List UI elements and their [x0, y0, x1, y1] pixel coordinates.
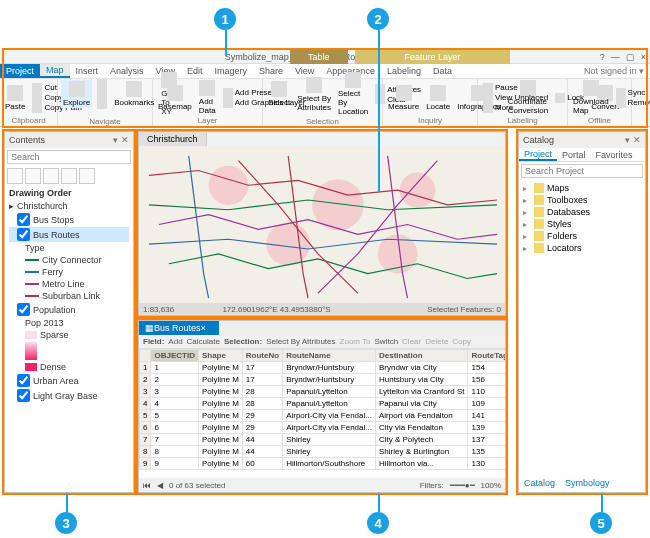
- table-nav-prev[interactable]: ◀: [157, 481, 163, 490]
- measure-button[interactable]: Measure: [386, 84, 421, 112]
- table-row[interactable]: 77Polyline M44ShirleyCity & Polytech137I…: [140, 434, 506, 446]
- table-row[interactable]: 33Polyline M28Papanui/LytteltonLyttelton…: [140, 386, 506, 398]
- map-view[interactable]: Christchurch 1:83,636 172.6: [138, 131, 506, 316]
- catalog-pin-icon[interactable]: ▾ ✕: [625, 135, 641, 145]
- table-row[interactable]: 55Polyline M29Airport-City via Fendal...…: [140, 410, 506, 422]
- list-by-snapping-icon[interactable]: [79, 168, 95, 184]
- next-icon: [97, 99, 107, 109]
- pause-labels-button[interactable]: Pause: [481, 83, 550, 93]
- list-by-drawing-order-icon[interactable]: [7, 168, 23, 184]
- pop-heading: Pop 2013: [9, 317, 129, 329]
- tab-imagery[interactable]: Imagery: [208, 64, 253, 78]
- select-button[interactable]: Select: [266, 80, 292, 108]
- catalog-item[interactable]: ▸Maps: [523, 182, 641, 194]
- table-column-header[interactable]: Shape: [198, 350, 242, 362]
- tab-project[interactable]: Project: [0, 64, 40, 78]
- explore-icon: [69, 81, 85, 97]
- group-label: Layer: [156, 116, 259, 126]
- table-column-header[interactable]: [140, 350, 151, 362]
- table-row[interactable]: 66Polyline M29Airport-City via Fendal...…: [140, 422, 506, 434]
- tab-data[interactable]: Data: [427, 64, 458, 78]
- basemap-button[interactable]: Basemap: [156, 84, 194, 112]
- catalog-item[interactable]: ▸Folders: [523, 230, 641, 242]
- attribute-table-grid[interactable]: OBJECTIDShapeRouteNoRouteNameDestination…: [139, 349, 505, 478]
- layer-population[interactable]: Population: [9, 302, 129, 317]
- catalog-tab-portal[interactable]: Portal: [557, 148, 591, 161]
- table-selected-count: 0 of 63 selected: [169, 481, 225, 490]
- table-column-header[interactable]: RouteTag: [468, 350, 505, 362]
- more-labeling-button[interactable]: More: [481, 103, 550, 113]
- catalog-item[interactable]: ▸Styles: [523, 218, 641, 230]
- context-tab-table[interactable]: Table: [290, 50, 348, 64]
- map-scale[interactable]: 1:83,636: [143, 305, 174, 314]
- nav-prev[interactable]: [95, 89, 109, 99]
- pop-sparse: Sparse: [9, 329, 129, 341]
- map-tab[interactable]: Christchurch: [139, 132, 207, 146]
- table-zoom-to[interactable]: Zoom To: [340, 337, 371, 346]
- list-by-editing-icon[interactable]: [61, 168, 77, 184]
- view-unplaced-button[interactable]: View Unplaced: [481, 93, 550, 103]
- table-switch-selection[interactable]: Switch: [375, 337, 399, 346]
- table-delete[interactable]: Delete: [425, 337, 448, 346]
- locate-button[interactable]: Locate: [424, 84, 452, 112]
- layer-light-gray-base[interactable]: Light Gray Base: [9, 388, 129, 403]
- catalog-search-input[interactable]: [521, 164, 643, 178]
- table-nav-first[interactable]: ⏮: [143, 481, 151, 490]
- list-by-source-icon[interactable]: [25, 168, 41, 184]
- table-copy[interactable]: Copy: [452, 337, 471, 346]
- contents-search-input[interactable]: [7, 150, 131, 164]
- svg-point-1: [209, 166, 249, 205]
- add-data-button[interactable]: Add Data: [197, 79, 218, 116]
- table-column-header[interactable]: RouteNo: [242, 350, 282, 362]
- contents-pin-icon[interactable]: ▾ ✕: [113, 135, 129, 145]
- tab-labeling[interactable]: Labeling: [381, 64, 427, 78]
- layer-bus-stops[interactable]: Bus Stops: [9, 212, 129, 227]
- footer-tab-symbology[interactable]: Symbology: [560, 478, 615, 492]
- catalog-tab-favorites[interactable]: Favorites: [591, 148, 638, 161]
- bookmarks-icon: [126, 81, 142, 97]
- map-canvas[interactable]: [139, 146, 505, 303]
- basemap-icon: [167, 85, 183, 101]
- contents-header: Contents ▾ ✕: [5, 132, 133, 148]
- footer-tab-catalog[interactable]: Catalog: [519, 478, 560, 492]
- table-row[interactable]: 99Polyline M60Hillmorton/SouthshoreHillm…: [140, 458, 506, 470]
- catalog-item[interactable]: ▸Toolboxes: [523, 194, 641, 206]
- explore-button[interactable]: Explore: [61, 80, 92, 108]
- tab-edit[interactable]: Edit: [181, 64, 209, 78]
- catalog-item[interactable]: ▸Databases: [523, 206, 641, 218]
- signin-status[interactable]: Not signed in ▾: [578, 64, 650, 78]
- table-add-field[interactable]: Add: [168, 337, 182, 346]
- select-by-attributes-button[interactable]: Select By Attributes: [295, 76, 333, 113]
- table-column-header[interactable]: Destination: [375, 350, 468, 362]
- table-calculate[interactable]: Calculate: [187, 337, 220, 346]
- download-map-button[interactable]: Download Map: [571, 79, 611, 116]
- table-select-by-attributes[interactable]: Select By Attributes: [266, 337, 335, 346]
- table-row[interactable]: 22Polyline M17Bryndwr/HuntsburyHuntsbury…: [140, 374, 506, 386]
- table-column-header[interactable]: OBJECTID: [151, 350, 198, 362]
- table-column-header[interactable]: RouteName: [283, 350, 376, 362]
- catalog-tab-project[interactable]: Project: [519, 148, 557, 161]
- paste-button[interactable]: Paste: [3, 84, 27, 112]
- bookmarks-button[interactable]: Bookmarks: [112, 80, 156, 108]
- layer-bus-routes[interactable]: Bus Routes: [9, 227, 129, 242]
- layer-urban-area[interactable]: Urban Area: [9, 373, 129, 388]
- symbology-heading-type: Type: [9, 242, 129, 254]
- pause-icon: [483, 83, 493, 93]
- list-by-selection-icon[interactable]: [43, 168, 59, 184]
- table-tab[interactable]: ▦ Bus Routes ×: [139, 321, 219, 335]
- sync-button[interactable]: Sync: [614, 88, 650, 98]
- table-row[interactable]: 44Polyline M28Papanui/LytteltonPapanui v…: [140, 398, 506, 410]
- globe-icon: [97, 79, 107, 89]
- download-icon: [583, 80, 599, 96]
- table-row[interactable]: 88Polyline M44ShirleyShirley & Burlingto…: [140, 446, 506, 458]
- contents-pane: Contents ▾ ✕ Drawing Order ▸ Christchurc…: [4, 131, 134, 493]
- map-frame[interactable]: ▸ Christchurch: [9, 200, 129, 212]
- remove-offline-button[interactable]: Remove: [614, 98, 650, 108]
- select-by-location-button[interactable]: Select By Location: [336, 71, 370, 117]
- table-clear-selection[interactable]: Clear: [402, 337, 421, 346]
- table-row[interactable]: 11Polyline M17Bryndwr/HuntsburyBryndwr v…: [140, 362, 506, 374]
- catalog-item[interactable]: ▸Locators: [523, 242, 641, 254]
- nav-zoom-full[interactable]: [95, 79, 109, 89]
- more-icon: [483, 103, 493, 113]
- nav-next[interactable]: [95, 99, 109, 109]
